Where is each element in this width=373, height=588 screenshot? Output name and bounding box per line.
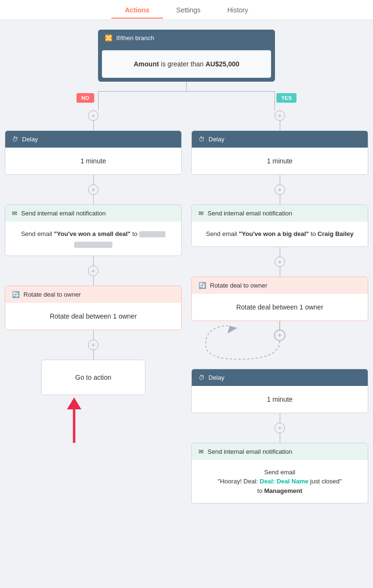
email-card-right[interactable]: ✉ Send internal email notification Send … xyxy=(191,204,368,247)
delay-body-right: 1 minute xyxy=(192,148,368,174)
add-btn-top-left[interactable]: + xyxy=(88,110,99,121)
tab-history[interactable]: History xyxy=(214,1,262,19)
email-icon-left: ✉ xyxy=(12,210,17,217)
email-body-bottom: Send email "Hooray! Deal: Deal: Deal Nam… xyxy=(192,460,368,503)
two-col-layout: + ⏱ Delay 1 minute + ✉ S xyxy=(5,110,368,503)
pink-arrow-svg xyxy=(36,395,122,448)
no-badge: NO xyxy=(77,93,94,102)
rotate-body-right: Rotate deal between 1 owner xyxy=(192,294,368,321)
connector-top-right: + xyxy=(274,110,285,130)
email-card-left[interactable]: ✉ Send internal email notification Send … xyxy=(5,204,182,256)
if-then-card[interactable]: 🔀 If/then branch Amount is greater than … xyxy=(98,30,275,82)
rotate-body-left: Rotate deal between 1 owner xyxy=(5,303,181,330)
delay-body-2-right: 1 minute xyxy=(192,386,368,413)
email-icon-right: ✉ xyxy=(198,210,204,217)
arrow-area xyxy=(41,395,146,443)
goto-label: Go to action xyxy=(75,374,111,381)
rotate-icon-right: 🔄 xyxy=(198,282,206,289)
right-branch: + ⏱ Delay 1 minute + ✉ S xyxy=(191,110,368,503)
delay-card-right[interactable]: ⏱ Delay 1 minute xyxy=(191,130,368,175)
add-btn-email-bottom[interactable]: + xyxy=(274,423,285,433)
svg-text:+: + xyxy=(277,331,282,339)
if-then-header: 🔀 If/then branch xyxy=(98,30,275,46)
delay-body-left: 1 minute xyxy=(5,148,181,174)
delay-card-2-right[interactable]: ⏱ Delay 1 minute xyxy=(191,369,368,413)
delay-icon-left: ⏱ xyxy=(12,136,18,143)
yes-badge: YES xyxy=(276,93,296,102)
tab-actions[interactable]: Actions xyxy=(111,1,163,19)
email-body-right: Send email "You've won a big deal" to Cr… xyxy=(192,222,368,246)
email-icon-bottom: ✉ xyxy=(198,448,204,455)
email-body-left: Send email "You've won a small deal" to xyxy=(5,222,181,256)
delay-header-2-right: ⏱ Delay xyxy=(192,369,368,386)
add-btn-mid-left[interactable]: + xyxy=(88,184,99,195)
blurred-name-left xyxy=(139,231,165,237)
delay-icon-2-right: ⏱ xyxy=(198,374,205,381)
canvas: 🔀 If/then branch Amount is greater than … xyxy=(0,20,373,588)
delay-header-left: ⏱ Delay xyxy=(5,131,181,148)
dashed-curve-svg: + xyxy=(191,321,368,369)
blurred-name-left2 xyxy=(74,242,112,248)
condition-text: Amount is greater than AU$25,000 xyxy=(134,60,240,68)
left-branch: + ⏱ Delay 1 minute + ✉ S xyxy=(5,110,182,503)
connector-rotate-right: + xyxy=(274,247,285,277)
connector-email-bottom: + xyxy=(274,413,285,443)
rotate-header-left: 🔄 Rotate deal to owner xyxy=(5,286,181,303)
rotate-card-right[interactable]: 🔄 Rotate deal to owner Rotate deal betwe… xyxy=(191,277,368,321)
svg-marker-5 xyxy=(225,323,238,333)
connector-mid-right: + xyxy=(274,175,285,204)
goto-card[interactable]: Go to action xyxy=(41,360,145,395)
connector-rotate-left: + xyxy=(88,256,99,286)
rotate-card-left[interactable]: 🔄 Rotate deal to owner Rotate deal betwe… xyxy=(5,286,182,330)
delay-card-left[interactable]: ⏱ Delay 1 minute xyxy=(5,130,182,175)
add-btn-top-right[interactable]: + xyxy=(274,110,285,121)
add-btn-mid-right[interactable]: + xyxy=(274,184,285,195)
email-header-right: ✉ Send internal email notification xyxy=(192,205,368,222)
connector-mid-left: + xyxy=(88,175,99,204)
add-btn-goto[interactable]: + xyxy=(88,340,99,350)
branch-icon: 🔀 xyxy=(105,34,112,42)
rotate-icon-left: 🔄 xyxy=(12,291,20,298)
delay-header-right: ⏱ Delay xyxy=(192,131,368,148)
email-header-left: ✉ Send internal email notification xyxy=(5,205,181,222)
dashed-curve-area: + xyxy=(191,321,368,369)
connector-top-left: + xyxy=(88,110,99,130)
email-card-bottom[interactable]: ✉ Send internal email notification Send … xyxy=(191,443,368,504)
rotate-header-right: 🔄 Rotate deal to owner xyxy=(192,277,368,294)
add-btn-rotate-right[interactable]: + xyxy=(274,257,285,267)
email-header-bottom: ✉ Send internal email notification xyxy=(192,443,368,460)
top-nav: Actions Settings History xyxy=(0,0,373,20)
deal-name-highlight: Deal: Deal Name xyxy=(260,478,308,485)
tab-settings[interactable]: Settings xyxy=(163,1,214,19)
if-then-body: Amount is greater than AU$25,000 xyxy=(102,50,271,78)
svg-marker-1 xyxy=(67,397,81,409)
add-btn-rotate-left[interactable]: + xyxy=(88,266,99,276)
delay-icon-right: ⏱ xyxy=(198,136,205,143)
connector-goto: + xyxy=(88,330,99,360)
